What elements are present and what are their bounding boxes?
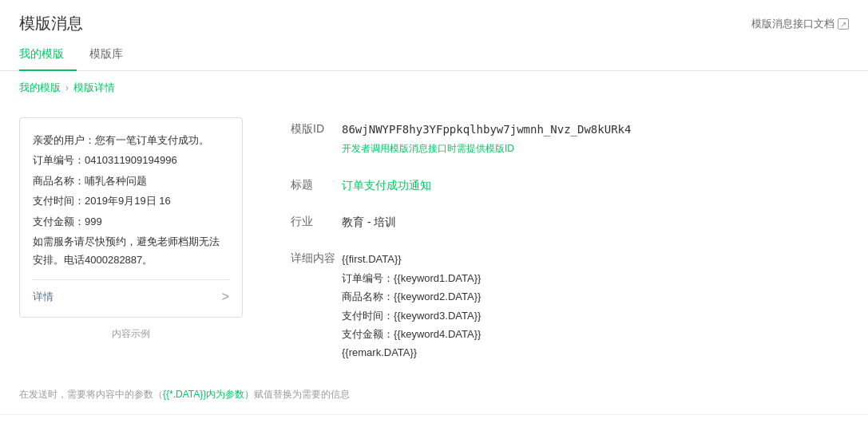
doc-link-icon: ↗ <box>838 18 849 30</box>
bottom-hint-suffix: 赋值替换为需要的信息 <box>254 389 350 400</box>
detail-row-title: 标题 订单支付成功通知 <box>291 176 849 194</box>
detail-row-id: 模版ID 86wjNWYPF8hy3YFppkqlhbyw7jwmnh_Nvz_… <box>291 121 849 157</box>
content-line-3: 支付时间：{{keyword3.DATA}} <box>342 306 849 325</box>
preview-arrow-icon: > <box>222 290 229 304</box>
preview-divider <box>33 279 229 280</box>
page-title: 模版消息 <box>19 13 83 34</box>
breadcrumb-sep: › <box>65 82 69 93</box>
page-container: 模版消息 模版消息接口文档 ↗ 我的模版 模版库 我的模版 › 模版详情 亲爱的… <box>0 0 868 427</box>
bottom-hint-param: {{*.DATA}}内为参数） <box>163 389 254 400</box>
preview-line-4: 支付金额：999 <box>33 212 229 231</box>
title-value: 订单支付成功通知 <box>342 176 849 194</box>
footer-area: 确定 <box>0 414 868 427</box>
preview-footer-link: 详情 <box>33 290 54 304</box>
template-id-label: 模版ID <box>291 121 342 136</box>
preview-line-3: 支付时间：2019年9月19日 16 <box>33 192 229 210</box>
preview-line-0: 亲爱的用户：您有一笔订单支付成功。 <box>33 131 229 149</box>
tabs-bar: 我的模版 模版库 <box>0 34 868 71</box>
content-line-0: {{first.DATA}} <box>342 250 849 268</box>
breadcrumb-current: 模版详情 <box>73 81 115 95</box>
content-line-4: 支付金额：{{keyword4.DATA}} <box>342 325 849 343</box>
template-id-hint: 开发者调用模版消息接口时需提供模版ID <box>342 141 849 156</box>
content-line-2: 商品名称：{{keyword2.DATA}} <box>342 287 849 306</box>
header: 模版消息 模版消息接口文档 ↗ <box>0 0 868 34</box>
doc-link-label: 模版消息接口文档 <box>751 17 834 31</box>
content-line-5: {{remark.DATA}} <box>342 343 849 362</box>
preview-text: 亲爱的用户：您有一笔订单支付成功。 订单编号：0410311909194996 … <box>33 131 229 270</box>
detail-section: 模版ID 86wjNWYPF8hy3YFppkqlhbyw7jwmnh_Nvz_… <box>291 117 849 382</box>
content-label: 详细内容 <box>291 250 342 266</box>
tab-my-templates[interactable]: 我的模版 <box>19 42 77 71</box>
bottom-hint-prefix: 在发送时，需要将内容中的参数（ <box>19 389 163 400</box>
preview-line-2: 商品名称：哺乳各种问题 <box>33 172 229 190</box>
bottom-hint: 在发送时，需要将内容中的参数（{{*.DATA}}内为参数）赋值替换为需要的信息 <box>0 388 868 401</box>
detail-row-industry: 行业 教育 - 培训 <box>291 213 849 231</box>
template-id-value: 86wjNWYPF8hy3YFppkqlhbyw7jwmnh_Nvz_Dw8kU… <box>342 121 849 157</box>
main-content: 亲爱的用户：您有一笔订单支付成功。 订单编号：0410311909194996 … <box>0 105 868 394</box>
content-value: {{first.DATA}} 订单编号：{{keyword1.DATA}} 商品… <box>342 250 849 362</box>
preview-section: 亲爱的用户：您有一笔订单支付成功。 订单编号：0410311909194996 … <box>19 117 243 341</box>
breadcrumb: 我的模版 › 模版详情 <box>0 71 868 105</box>
breadcrumb-parent[interactable]: 我的模版 <box>19 81 61 95</box>
detail-row-content: 详细内容 {{first.DATA}} 订单编号：{{keyword1.DATA… <box>291 250 849 362</box>
industry-label: 行业 <box>291 213 342 229</box>
tab-template-library[interactable]: 模版库 <box>89 42 136 71</box>
preview-card: 亲爱的用户：您有一笔订单支付成功。 订单编号：0410311909194996 … <box>19 117 243 318</box>
doc-link[interactable]: 模版消息接口文档 ↗ <box>751 17 849 31</box>
preview-label: 内容示例 <box>19 327 243 341</box>
industry-value: 教育 - 培训 <box>342 213 849 231</box>
content-line-1: 订单编号：{{keyword1.DATA}} <box>342 269 849 287</box>
preview-footer: 详情 > <box>33 290 229 304</box>
title-label: 标题 <box>291 176 342 192</box>
preview-line-1: 订单编号：0410311909194996 <box>33 151 229 169</box>
preview-line-5: 如需服务请尽快预约，避免老师档期无法安排。电话4000282887。 <box>33 232 229 270</box>
